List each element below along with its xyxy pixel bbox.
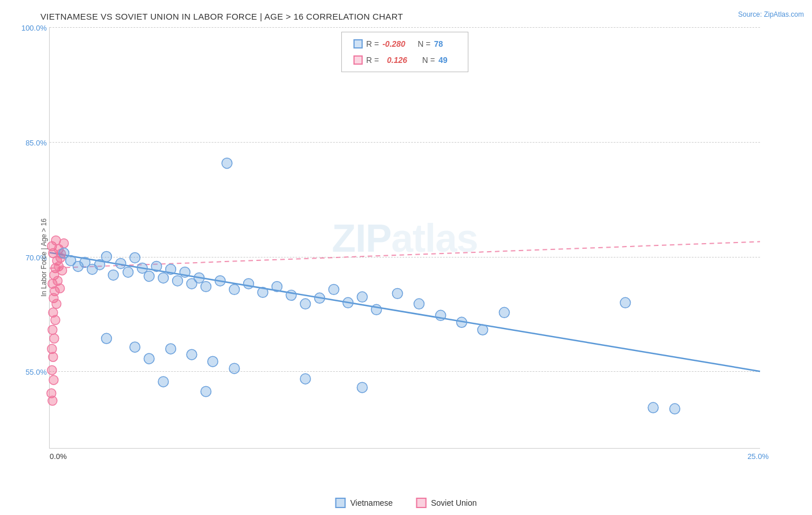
- blue-point: [229, 363, 240, 374]
- pink-point: [51, 315, 60, 324]
- blue-point: [648, 402, 658, 413]
- y-tick-55: 55.0%: [25, 368, 47, 376]
- blue-point: [116, 258, 126, 268]
- blue-point: [158, 273, 169, 283]
- chart-svg: [50, 27, 760, 448]
- blue-point: [123, 267, 133, 277]
- pink-point: [59, 238, 69, 248]
- blue-point: [215, 275, 225, 286]
- blue-point: [144, 353, 154, 364]
- legend-soviet: Soviet Union: [416, 498, 476, 508]
- blue-point: [201, 281, 211, 292]
- y-axis-label: In Labor Force | Age > 16: [40, 218, 48, 297]
- bottom-legend: Vietnamese Soviet Union: [335, 498, 476, 508]
- legend-label-vietnamese: Vietnamese: [350, 498, 393, 507]
- blue-point: [108, 270, 118, 280]
- blue-point: [144, 271, 154, 281]
- y-tick-85: 85.0%: [25, 138, 47, 147]
- pink-point: [49, 375, 58, 385]
- legend-vietnamese: Vietnamese: [335, 498, 393, 508]
- blue-point: [499, 307, 509, 318]
- blue-point-high: [222, 158, 232, 169]
- blue-point: [208, 356, 218, 367]
- source-label: Source: ZipAtlas.com: [738, 10, 804, 18]
- chart-area: 100.0% 85.0% 70.0% 55.0% 0.0% 25.0% ZIPa…: [49, 27, 760, 449]
- blue-point: [187, 349, 197, 360]
- blue-point: [478, 324, 488, 335]
- blue-point: [151, 261, 162, 271]
- x-tick-0: 0.0%: [50, 452, 67, 461]
- legend-swatch-pink-bottom: [416, 498, 426, 508]
- chart-container: VIETNAMESE VS SOVIET UNION IN LABOR FORC…: [0, 0, 812, 515]
- blue-point: [173, 275, 183, 286]
- y-tick-100: 100.0%: [21, 24, 47, 32]
- blue-point: [315, 293, 325, 303]
- blue-point: [286, 290, 296, 300]
- blue-point: [620, 297, 631, 308]
- blue-point: [194, 273, 204, 283]
- x-tick-25: 25.0%: [747, 452, 769, 461]
- legend-label-soviet: Soviet Union: [431, 498, 476, 507]
- legend-swatch-blue-bottom: [335, 498, 345, 508]
- pink-point: [48, 325, 57, 334]
- blue-point: [371, 304, 382, 315]
- blue-point: [357, 292, 367, 302]
- blue-point: [229, 284, 240, 294]
- blue-point: [343, 297, 353, 308]
- blue-point: [329, 284, 339, 294]
- blue-point: [392, 288, 403, 298]
- blue-point: [414, 298, 424, 309]
- pink-point: [58, 266, 67, 275]
- blue-point: [130, 342, 140, 352]
- blue-point: [166, 344, 176, 354]
- blue-point: [258, 287, 268, 297]
- blue-point: [102, 251, 112, 262]
- blue-point: [300, 298, 311, 309]
- pink-point: [49, 352, 58, 361]
- blue-point: [435, 310, 446, 320]
- pink-point: [48, 396, 57, 405]
- blue-point: [102, 333, 112, 344]
- blue-point: [201, 386, 211, 397]
- blue-point: [180, 267, 190, 277]
- chart-title: VIETNAMESE VS SOVIET UNION IN LABOR FORC…: [40, 12, 806, 21]
- blue-point: [457, 317, 467, 327]
- blue-point: [244, 278, 254, 289]
- pink-point: [50, 334, 59, 343]
- pink-point: [55, 283, 65, 293]
- blue-point: [300, 374, 311, 384]
- blue-point: [357, 382, 367, 393]
- blue-point: [670, 404, 680, 414]
- pink-point: [52, 299, 61, 308]
- pink-point: [47, 365, 57, 375]
- blue-point: [130, 252, 140, 263]
- blue-point: [272, 281, 282, 292]
- blue-point: [158, 376, 169, 387]
- blue-point: [166, 264, 176, 274]
